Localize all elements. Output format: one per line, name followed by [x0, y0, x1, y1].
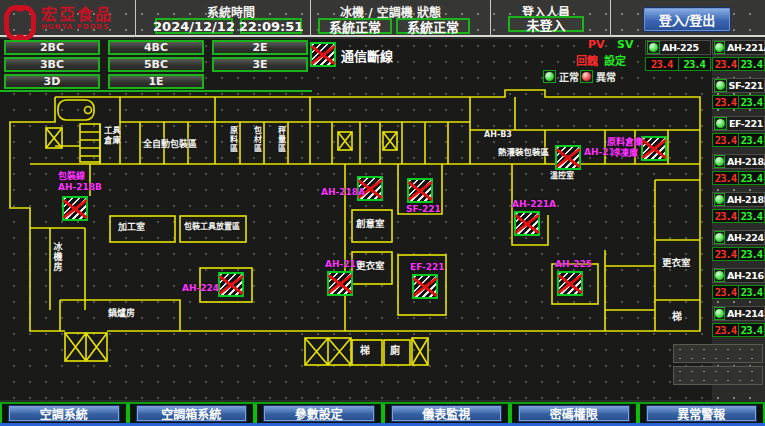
unit-values-ah-224: 23.423.4	[712, 247, 765, 261]
empty-unit-slot	[673, 366, 763, 385]
unit-values-sf-221: 23.423.4	[712, 95, 765, 109]
map-marker-sf-221[interactable]	[407, 178, 433, 203]
map-marker-ah-225[interactable]	[557, 271, 583, 296]
floor-button-2e[interactable]: 2E	[212, 40, 308, 55]
normal-legend-label: 正常	[559, 69, 579, 84]
sv-value: 23.4	[739, 286, 764, 298]
sv-value: 23.4	[739, 58, 764, 70]
unit-values-ah-214: 23.423.4	[712, 323, 765, 337]
unit-name-label: AH-218A	[727, 156, 765, 167]
unit-row-ah-224[interactable]: AH-224	[712, 230, 765, 245]
login-logout-button[interactable]: 登入/登出	[643, 7, 731, 32]
unit-values-ef-221: 23.423.4	[712, 133, 765, 147]
unit-name-label: AH-214	[727, 308, 764, 319]
room-label: 更衣室	[662, 258, 691, 268]
sv-value: 23.4	[739, 172, 764, 184]
ah-224-status-lamp-icon	[714, 231, 725, 244]
normal-legend: 正常	[543, 69, 579, 84]
unit-row-sf-221[interactable]: SF-221	[712, 78, 765, 93]
room-label: 全自動包裝區	[143, 140, 197, 149]
map-marker-label: AH-221A	[512, 200, 556, 209]
unit-values-ah-221a: 23.423.4	[712, 57, 765, 71]
floor-button-5bc[interactable]: 5BC	[108, 57, 204, 72]
unit-row-ah-214[interactable]: AH-214	[712, 306, 765, 321]
map-marker-冷凍庫[interactable]	[641, 136, 667, 161]
map-marker-label: AH-218A	[321, 188, 365, 197]
floor-button-3d[interactable]: 3D	[4, 74, 100, 89]
room-label: 溫控室	[550, 172, 574, 180]
floor-button-3e[interactable]: 3E	[212, 57, 308, 72]
nav-button-空調箱系統[interactable]: 空調箱系統	[136, 405, 248, 422]
nav-button-儀表監視[interactable]: 儀表監視	[391, 405, 503, 422]
abnormal-lamp-icon	[580, 70, 593, 83]
normal-lamp-icon	[543, 70, 556, 83]
ah-218b-status-lamp-icon	[714, 193, 725, 206]
ahu-status-value: 系統正常	[396, 18, 470, 34]
map-marker-ah-218b[interactable]	[62, 196, 88, 221]
sv-value: 23.4	[739, 210, 764, 222]
ah-218a-status-lamp-icon	[714, 155, 725, 168]
unit-row-ah-218b[interactable]: AH-218B	[712, 192, 765, 207]
nav-section: 儀表監視	[383, 404, 511, 423]
ah-221a-status-lamp-icon	[714, 41, 725, 54]
room-label: 工具	[104, 126, 121, 135]
unit-row-ah-216[interactable]: AH-216	[712, 268, 765, 283]
map-marker-ah-221a[interactable]	[514, 211, 540, 236]
map-marker-label: 冷凍庫	[611, 149, 638, 158]
pv-value: 23.4	[646, 58, 678, 70]
hmi-screen: 宏亞食品 HUNYA FOODS 系統時間 2024/12/12 22:09:5…	[0, 0, 765, 426]
nav-button-參數設定[interactable]: 參數設定	[263, 405, 375, 422]
unit-row-ah-221a[interactable]: AH-221A	[712, 40, 765, 55]
pv-value: 23.4	[713, 286, 738, 298]
floor-button-1e[interactable]: 1E	[108, 74, 204, 89]
room-label: 秤量區	[276, 126, 284, 153]
pv-value: 23.4	[713, 134, 738, 146]
pv-value: 23.4	[713, 248, 738, 260]
room-label: 熱灌裝包裝區	[498, 148, 549, 157]
room-label: 包裝工具放置區	[184, 223, 240, 231]
unit-values-ah-225: 23.423.4	[645, 57, 711, 71]
room-label: 更衣室	[356, 261, 385, 271]
nav-section: 異常警報	[638, 404, 765, 423]
floor-button-2bc[interactable]: 2BC	[4, 40, 100, 55]
bottom-navigation: 空調系統空調箱系統參數設定儀表監視密碼權限異常警報	[0, 402, 765, 426]
hunya-logo: 宏亞食品 HUNYA FOODS	[4, 2, 113, 34]
room-label: 冰機房	[52, 242, 61, 272]
abnormal-legend-label: 異常	[596, 69, 616, 84]
nav-button-空調系統[interactable]: 空調系統	[8, 405, 120, 422]
room-label: 原料區	[228, 126, 236, 153]
pv-value: 23.4	[713, 96, 738, 108]
ef-221-status-lamp-icon	[714, 117, 727, 130]
floor-button-3bc[interactable]: 3BC	[4, 57, 100, 72]
nav-section: 空調系統	[0, 404, 128, 423]
sv-value: 23.4	[739, 96, 764, 108]
room-label: 加工室	[118, 223, 145, 232]
pv-value: 23.4	[713, 324, 738, 336]
nav-section: 密碼權限	[510, 404, 638, 423]
map-marker-ef-221[interactable]	[412, 274, 438, 299]
header-separator	[310, 0, 311, 37]
unit-row-ah-225[interactable]: AH-225	[645, 40, 711, 55]
header-separator	[610, 0, 611, 37]
ah-225-status-lamp-icon	[647, 41, 660, 54]
nav-button-異常警報[interactable]: 異常警報	[646, 405, 758, 422]
floor-button-4bc[interactable]: 4BC	[108, 40, 204, 55]
sf-221-status-lamp-icon	[714, 79, 727, 92]
sv-value: 23.4	[739, 134, 764, 146]
hunya-logo-icon	[4, 2, 36, 34]
unit-row-ah-218a[interactable]: AH-218A	[712, 154, 765, 169]
ah-214-status-lamp-icon	[714, 307, 725, 320]
map-marker-label: AH-225	[555, 260, 592, 269]
nav-button-密碼權限[interactable]: 密碼權限	[518, 405, 630, 422]
room-label: AH-B3	[484, 131, 512, 139]
brand-subtitle: HUNYA FOODS	[41, 23, 113, 31]
unit-name-label: SF-221	[729, 80, 763, 91]
pv-column-label: PV	[588, 38, 605, 51]
unit-row-ef-221[interactable]: EF-221	[712, 116, 765, 131]
map-marker-ah-216[interactable]	[327, 271, 353, 296]
brand-name: 宏亞食品	[41, 6, 113, 23]
map-marker-ah-214[interactable]	[555, 145, 581, 170]
system-clock-value: 22:09:51	[240, 18, 302, 34]
sv-value: 23.4	[739, 324, 764, 336]
map-marker-ah-224[interactable]	[218, 272, 244, 297]
